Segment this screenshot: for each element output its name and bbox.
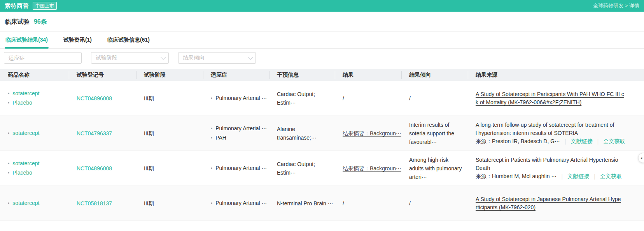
publication-title-line: Sotatercept in Patients with Pulmonary A… xyxy=(476,156,644,164)
fulltext-link[interactable]: 全文获取 xyxy=(604,138,625,144)
table-header: 药品名称试验登记号试验阶段适应症干预信息结果结果倾向结果来源 xyxy=(0,69,644,81)
chevron-down-icon xyxy=(248,55,253,60)
source-study-link[interactable]: rticipants (MK-7962-020) xyxy=(476,204,536,210)
bullet-icon: • xyxy=(211,134,212,143)
bullet-icon: • xyxy=(8,159,9,168)
drug-name-link[interactable]: Placebo xyxy=(12,98,32,107)
separator: ｜ xyxy=(560,173,565,179)
phase-filter-placeholder: 试验阶段 xyxy=(96,54,117,61)
source-study-link[interactable]: A Study of Sotatercept in Japanese Pulmo… xyxy=(476,196,621,202)
drug-name-cell: •sotatercept•Placebo xyxy=(0,159,69,178)
registry-cell: NCT04896008 xyxy=(69,94,136,103)
drug-name-link[interactable]: sotatercept xyxy=(12,129,39,138)
trial-phase-cell: III期 xyxy=(136,94,203,103)
registry-number-link[interactable]: NCT05818137 xyxy=(77,200,112,206)
source-study-link-line: A Study of Sotatercept in Japanese Pulmo… xyxy=(476,195,644,203)
indication-filter[interactable] xyxy=(4,52,82,64)
bullet-icon: • xyxy=(8,99,9,108)
result-tendency-cell: Among high-risk adults with pulmonary ar… xyxy=(401,156,468,181)
source-study-link[interactable]: k of Mortality (MK-7962-006&#x2F;ZENITH) xyxy=(476,99,581,105)
publication-title-line: Death xyxy=(476,164,644,172)
result-source-cell: A Study of Sotatercept in Participants W… xyxy=(468,90,644,107)
registry-number-link[interactable]: NCT04796337 xyxy=(77,130,112,136)
indication-cell: •Pulmonary Arterial ⋯•PAH xyxy=(203,124,269,143)
registry-cell: NCT04796337 xyxy=(69,129,136,138)
phase-filter-select[interactable]: 试验阶段 xyxy=(91,52,169,64)
result-summary-link[interactable]: 结果摘要：Backgroun⋯ xyxy=(343,165,401,172)
indication: Pulmonary Arterial ⋯ xyxy=(215,124,267,133)
source-prefix-label: 来源： xyxy=(476,138,492,144)
column-header: 结果 xyxy=(335,69,401,81)
arrow-left-icon: ◂ xyxy=(640,156,642,160)
publication-title-line: l hypertension: interim results of SOTER… xyxy=(476,129,644,137)
intervention-cell: N-terminal Pro Brain ⋯ xyxy=(269,199,335,208)
indication-item: •Pulmonary Arterial ⋯ xyxy=(211,124,269,133)
drug-name-link[interactable]: Placebo xyxy=(12,168,32,177)
trial-phase-cell: III期 xyxy=(136,199,203,208)
intervention-cell: Cardiac Output; Estim⋯ xyxy=(269,160,335,177)
indication: Pulmonary Arterial ⋯ xyxy=(215,199,267,208)
column-header: 结果来源 xyxy=(468,69,644,81)
result-source-cell: A long-term follow-up study of sotaterce… xyxy=(468,121,644,145)
tab-trial-news[interactable]: 试验资讯(1) xyxy=(63,32,93,48)
result-summary-link[interactable]: 结果摘要：Backgroun⋯ xyxy=(343,130,401,136)
drug-name-link-item: •sotatercept xyxy=(8,199,69,208)
trial-phase-cell: III期 xyxy=(136,164,203,173)
drug-name-link[interactable]: sotatercept xyxy=(12,199,39,208)
tendency-filter-select[interactable]: 结果倾向 xyxy=(178,52,256,64)
literature-link[interactable]: 文献链接 xyxy=(567,173,589,179)
indication-cell: •Pulmonary Arterial ⋯ xyxy=(203,94,269,103)
column-header: 干预信息 xyxy=(269,69,335,81)
bullet-icon: • xyxy=(211,94,212,103)
drug-name-link-item: •sotatercept xyxy=(8,159,69,168)
indication-item: •Pulmonary Arterial ⋯ xyxy=(211,199,269,208)
source-study-link-line: k of Mortality (MK-7962-006&#x2F;ZENITH) xyxy=(476,98,644,107)
indication-input[interactable] xyxy=(9,55,77,61)
indication-cell: •Pulmonary Arterial ⋯ xyxy=(203,164,269,173)
source-study-link[interactable]: A Study of Sotatercept in Participants W… xyxy=(476,91,624,97)
tab-clinical-trial-results[interactable]: 临床试验结果(34) xyxy=(5,32,49,48)
separator: ｜ xyxy=(563,138,568,144)
tab-clinical-trial-info[interactable]: 临床试验信息(61) xyxy=(107,32,150,48)
bullet-icon: • xyxy=(211,199,212,208)
literature-link[interactable]: 文献链接 xyxy=(571,138,593,144)
section-title: 临床试验 xyxy=(5,18,30,25)
publication-source-line: 来源：Humbert M, McLaughlin ⋯｜文献链接｜全文获取 xyxy=(476,172,644,180)
publication-title-line: A long-term follow-up study of sotaterce… xyxy=(476,121,644,129)
drug-name-link-list: •sotatercept xyxy=(8,199,69,208)
column-header: 试验登记号 xyxy=(69,69,136,81)
registry-number-link[interactable]: NCT04896008 xyxy=(77,165,112,172)
authors-text: Humbert M, McLaughlin ⋯ xyxy=(492,173,557,179)
drug-name-link[interactable]: sotatercept xyxy=(12,89,39,98)
drug-name-cell: •sotatercept xyxy=(0,129,69,138)
drug-name-link-item: •Placebo xyxy=(8,98,69,108)
results-table: 药品名称试验登记号试验阶段适应症干预信息结果结果倾向结果来源 •sotaterc… xyxy=(0,69,644,221)
result-empty: / xyxy=(343,200,344,206)
indication: Pulmonary Arterial ⋯ xyxy=(215,94,267,103)
chevron-down-icon xyxy=(161,55,166,60)
drug-name-link[interactable]: sotatercept xyxy=(12,159,39,168)
column-header: 适应症 xyxy=(203,69,269,81)
intervention-cell: Cardiac Output; Estim⋯ xyxy=(269,90,335,107)
indication-list: •Pulmonary Arterial ⋯ xyxy=(211,164,269,173)
record-count: 96条 xyxy=(34,18,47,25)
column-header: 试验阶段 xyxy=(136,69,203,81)
separator: ｜ xyxy=(595,138,601,144)
source-prefix-label: 来源： xyxy=(476,173,492,179)
result-tendency-cell: / xyxy=(401,94,468,103)
section-header: 临床试验 96条 xyxy=(0,12,644,32)
result-tendency-cell: Interim results of soteria support the f… xyxy=(401,121,468,146)
filter-bar: 试验阶段 结果倾向 xyxy=(0,49,644,69)
registry-number-link[interactable]: NCT04896008 xyxy=(77,95,112,102)
result-source-cell: Sotatercept in Patients with Pulmonary A… xyxy=(468,156,644,180)
drug-name-link-item: •Placebo xyxy=(8,168,69,178)
fulltext-link[interactable]: 全文获取 xyxy=(600,173,622,179)
breadcrumb[interactable]: 全球药物研发 > 详情 xyxy=(593,2,639,9)
result-empty: / xyxy=(343,95,344,102)
registry-cell: NCT05818137 xyxy=(69,199,136,208)
source-study-link-line: rticipants (MK-7962-020) xyxy=(476,203,644,212)
result-source-cell: A Study of Sotatercept in Japanese Pulmo… xyxy=(468,195,644,212)
bullet-icon: • xyxy=(8,169,9,178)
indication-item: •PAH xyxy=(211,133,269,143)
indication: Pulmonary Arterial ⋯ xyxy=(215,164,267,173)
